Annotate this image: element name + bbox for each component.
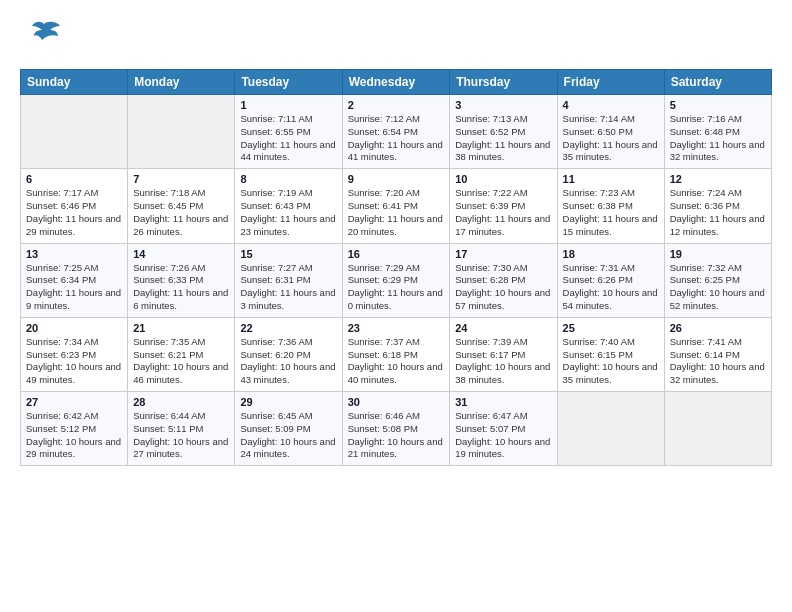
calendar-cell: 8Sunrise: 7:19 AM Sunset: 6:43 PM Daylig…	[235, 169, 342, 243]
calendar-cell: 30Sunrise: 6:46 AM Sunset: 5:08 PM Dayli…	[342, 392, 450, 466]
calendar-cell: 6Sunrise: 7:17 AM Sunset: 6:46 PM Daylig…	[21, 169, 128, 243]
day-info: Sunrise: 7:34 AM Sunset: 6:23 PM Dayligh…	[26, 336, 122, 387]
day-info: Sunrise: 7:11 AM Sunset: 6:55 PM Dayligh…	[240, 113, 336, 164]
page-header	[20, 16, 772, 59]
day-info: Sunrise: 6:47 AM Sunset: 5:07 PM Dayligh…	[455, 410, 551, 461]
day-info: Sunrise: 7:35 AM Sunset: 6:21 PM Dayligh…	[133, 336, 229, 387]
day-info: Sunrise: 7:25 AM Sunset: 6:34 PM Dayligh…	[26, 262, 122, 313]
day-info: Sunrise: 6:44 AM Sunset: 5:11 PM Dayligh…	[133, 410, 229, 461]
calendar-cell: 16Sunrise: 7:29 AM Sunset: 6:29 PM Dayli…	[342, 243, 450, 317]
day-info: Sunrise: 7:30 AM Sunset: 6:28 PM Dayligh…	[455, 262, 551, 313]
day-number: 27	[26, 396, 122, 408]
weekday-header-row: SundayMondayTuesdayWednesdayThursdayFrid…	[21, 70, 772, 95]
calendar-cell: 27Sunrise: 6:42 AM Sunset: 5:12 PM Dayli…	[21, 392, 128, 466]
day-number: 13	[26, 248, 122, 260]
day-info: Sunrise: 7:40 AM Sunset: 6:15 PM Dayligh…	[563, 336, 659, 387]
calendar-cell: 4Sunrise: 7:14 AM Sunset: 6:50 PM Daylig…	[557, 95, 664, 169]
day-number: 3	[455, 99, 551, 111]
day-number: 9	[348, 173, 445, 185]
calendar-table: SundayMondayTuesdayWednesdayThursdayFrid…	[20, 69, 772, 466]
weekday-header-sunday: Sunday	[21, 70, 128, 95]
calendar-cell	[557, 392, 664, 466]
weekday-header-monday: Monday	[128, 70, 235, 95]
logo	[20, 16, 62, 59]
calendar-week-2: 6Sunrise: 7:17 AM Sunset: 6:46 PM Daylig…	[21, 169, 772, 243]
calendar-cell: 11Sunrise: 7:23 AM Sunset: 6:38 PM Dayli…	[557, 169, 664, 243]
day-number: 25	[563, 322, 659, 334]
day-number: 20	[26, 322, 122, 334]
weekday-header-tuesday: Tuesday	[235, 70, 342, 95]
weekday-header-wednesday: Wednesday	[342, 70, 450, 95]
day-info: Sunrise: 7:24 AM Sunset: 6:36 PM Dayligh…	[670, 187, 766, 238]
weekday-header-saturday: Saturday	[664, 70, 771, 95]
calendar-week-5: 27Sunrise: 6:42 AM Sunset: 5:12 PM Dayli…	[21, 392, 772, 466]
day-number: 2	[348, 99, 445, 111]
day-number: 6	[26, 173, 122, 185]
calendar-cell: 21Sunrise: 7:35 AM Sunset: 6:21 PM Dayli…	[128, 317, 235, 391]
calendar-week-3: 13Sunrise: 7:25 AM Sunset: 6:34 PM Dayli…	[21, 243, 772, 317]
calendar-cell: 15Sunrise: 7:27 AM Sunset: 6:31 PM Dayli…	[235, 243, 342, 317]
day-info: Sunrise: 7:19 AM Sunset: 6:43 PM Dayligh…	[240, 187, 336, 238]
day-number: 18	[563, 248, 659, 260]
calendar-cell: 26Sunrise: 7:41 AM Sunset: 6:14 PM Dayli…	[664, 317, 771, 391]
day-number: 16	[348, 248, 445, 260]
calendar-cell: 12Sunrise: 7:24 AM Sunset: 6:36 PM Dayli…	[664, 169, 771, 243]
day-info: Sunrise: 7:16 AM Sunset: 6:48 PM Dayligh…	[670, 113, 766, 164]
day-number: 15	[240, 248, 336, 260]
day-info: Sunrise: 6:45 AM Sunset: 5:09 PM Dayligh…	[240, 410, 336, 461]
day-info: Sunrise: 7:29 AM Sunset: 6:29 PM Dayligh…	[348, 262, 445, 313]
day-info: Sunrise: 7:14 AM Sunset: 6:50 PM Dayligh…	[563, 113, 659, 164]
day-info: Sunrise: 7:32 AM Sunset: 6:25 PM Dayligh…	[670, 262, 766, 313]
calendar-cell: 24Sunrise: 7:39 AM Sunset: 6:17 PM Dayli…	[450, 317, 557, 391]
day-info: Sunrise: 7:12 AM Sunset: 6:54 PM Dayligh…	[348, 113, 445, 164]
calendar-cell: 20Sunrise: 7:34 AM Sunset: 6:23 PM Dayli…	[21, 317, 128, 391]
day-number: 22	[240, 322, 336, 334]
calendar-cell: 10Sunrise: 7:22 AM Sunset: 6:39 PM Dayli…	[450, 169, 557, 243]
day-info: Sunrise: 7:17 AM Sunset: 6:46 PM Dayligh…	[26, 187, 122, 238]
calendar-cell: 22Sunrise: 7:36 AM Sunset: 6:20 PM Dayli…	[235, 317, 342, 391]
day-info: Sunrise: 7:20 AM Sunset: 6:41 PM Dayligh…	[348, 187, 445, 238]
day-number: 10	[455, 173, 551, 185]
day-info: Sunrise: 6:46 AM Sunset: 5:08 PM Dayligh…	[348, 410, 445, 461]
calendar-cell: 5Sunrise: 7:16 AM Sunset: 6:48 PM Daylig…	[664, 95, 771, 169]
day-number: 30	[348, 396, 445, 408]
day-info: Sunrise: 6:42 AM Sunset: 5:12 PM Dayligh…	[26, 410, 122, 461]
day-info: Sunrise: 7:27 AM Sunset: 6:31 PM Dayligh…	[240, 262, 336, 313]
calendar-cell: 2Sunrise: 7:12 AM Sunset: 6:54 PM Daylig…	[342, 95, 450, 169]
day-number: 8	[240, 173, 336, 185]
calendar-week-4: 20Sunrise: 7:34 AM Sunset: 6:23 PM Dayli…	[21, 317, 772, 391]
day-info: Sunrise: 7:13 AM Sunset: 6:52 PM Dayligh…	[455, 113, 551, 164]
day-number: 31	[455, 396, 551, 408]
calendar-week-1: 1Sunrise: 7:11 AM Sunset: 6:55 PM Daylig…	[21, 95, 772, 169]
day-info: Sunrise: 7:39 AM Sunset: 6:17 PM Dayligh…	[455, 336, 551, 387]
logo-bird-icon	[26, 16, 62, 59]
calendar-cell	[664, 392, 771, 466]
day-number: 17	[455, 248, 551, 260]
day-info: Sunrise: 7:26 AM Sunset: 6:33 PM Dayligh…	[133, 262, 229, 313]
day-info: Sunrise: 7:23 AM Sunset: 6:38 PM Dayligh…	[563, 187, 659, 238]
weekday-header-friday: Friday	[557, 70, 664, 95]
day-number: 5	[670, 99, 766, 111]
calendar-cell: 1Sunrise: 7:11 AM Sunset: 6:55 PM Daylig…	[235, 95, 342, 169]
day-number: 7	[133, 173, 229, 185]
calendar-cell: 17Sunrise: 7:30 AM Sunset: 6:28 PM Dayli…	[450, 243, 557, 317]
day-number: 19	[670, 248, 766, 260]
calendar-cell: 3Sunrise: 7:13 AM Sunset: 6:52 PM Daylig…	[450, 95, 557, 169]
day-number: 26	[670, 322, 766, 334]
calendar-cell: 14Sunrise: 7:26 AM Sunset: 6:33 PM Dayli…	[128, 243, 235, 317]
calendar-cell: 18Sunrise: 7:31 AM Sunset: 6:26 PM Dayli…	[557, 243, 664, 317]
day-number: 1	[240, 99, 336, 111]
day-number: 23	[348, 322, 445, 334]
day-number: 11	[563, 173, 659, 185]
day-info: Sunrise: 7:31 AM Sunset: 6:26 PM Dayligh…	[563, 262, 659, 313]
day-number: 28	[133, 396, 229, 408]
calendar-cell: 25Sunrise: 7:40 AM Sunset: 6:15 PM Dayli…	[557, 317, 664, 391]
day-info: Sunrise: 7:41 AM Sunset: 6:14 PM Dayligh…	[670, 336, 766, 387]
day-info: Sunrise: 7:36 AM Sunset: 6:20 PM Dayligh…	[240, 336, 336, 387]
calendar-cell: 28Sunrise: 6:44 AM Sunset: 5:11 PM Dayli…	[128, 392, 235, 466]
calendar-cell: 13Sunrise: 7:25 AM Sunset: 6:34 PM Dayli…	[21, 243, 128, 317]
day-number: 29	[240, 396, 336, 408]
day-number: 4	[563, 99, 659, 111]
calendar-cell: 7Sunrise: 7:18 AM Sunset: 6:45 PM Daylig…	[128, 169, 235, 243]
day-info: Sunrise: 7:37 AM Sunset: 6:18 PM Dayligh…	[348, 336, 445, 387]
